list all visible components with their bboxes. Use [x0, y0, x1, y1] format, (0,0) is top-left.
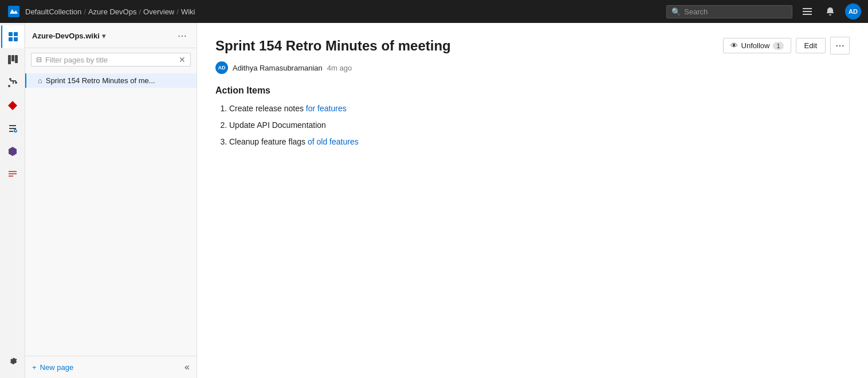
wiki-title-chevron: ▾	[102, 32, 105, 40]
svg-rect-8	[8, 55, 11, 64]
svg-rect-10	[15, 55, 18, 63]
svg-rect-5	[14, 32, 18, 36]
author-avatar: AD	[215, 61, 228, 74]
breadcrumb-overview[interactable]: Overview	[143, 7, 174, 16]
sidebar-item-repos[interactable]	[1, 71, 24, 94]
page-sidebar-header: Azure-DevOps.wiki ▾ ⋯	[25, 23, 197, 48]
sidebar-item-pipelines[interactable]	[1, 94, 24, 117]
sidebar-item-artifacts[interactable]	[1, 140, 24, 163]
new-page-button[interactable]: + New page	[32, 363, 73, 372]
top-nav-right: 🔍 AD	[666, 3, 861, 20]
sidebar-item-testplans[interactable]	[1, 117, 24, 140]
user-avatar[interactable]: AD	[845, 3, 861, 20]
filter-clear-icon[interactable]: ✕	[179, 55, 186, 64]
action-item-3: Cleanup feature flags of old features	[229, 136, 850, 148]
content-header: Sprint 154 Retro Minutes of meeting 👁 Un…	[215, 37, 850, 54]
more-options-button[interactable]: ⋯	[175, 29, 190, 43]
page-tree: ⌂ Sprint 154 Retro Minutes of me...	[25, 71, 197, 356]
search-icon: 🔍	[671, 7, 681, 16]
svg-rect-2	[803, 11, 812, 12]
page-sidebar: Azure-DevOps.wiki ▾ ⋯ ⊟ ✕ ⌂ Sprint 154 R…	[25, 23, 197, 378]
svg-rect-4	[9, 32, 13, 36]
more-options-button[interactable]: ⋯	[830, 37, 850, 54]
author-row: AD Adithya Ramasubramanian 4m ago	[215, 61, 850, 74]
svg-rect-1	[803, 8, 812, 9]
svg-rect-9	[11, 55, 14, 61]
wiki-title-label: Azure-DevOps.wiki	[32, 32, 100, 40]
unfollow-label: Unfollow	[741, 41, 770, 50]
new-page-label: New page	[40, 363, 74, 372]
svg-rect-7	[14, 37, 18, 41]
section-title: Action Items	[215, 85, 850, 96]
content-actions: 👁 Unfollow 1 Edit ⋯	[723, 37, 850, 54]
icon-sidebar	[0, 23, 25, 378]
main-area: Azure-DevOps.wiki ▾ ⋯ ⊟ ✕ ⌂ Sprint 154 R…	[0, 23, 868, 378]
sidebar-item-settings[interactable]	[1, 350, 24, 373]
breadcrumb-wiki[interactable]: Wiki	[181, 7, 195, 16]
author-time: 4m ago	[327, 64, 352, 72]
unfollow-button[interactable]: 👁 Unfollow 1	[723, 38, 791, 53]
svg-rect-6	[9, 37, 13, 41]
sidebar-item-wiki[interactable]	[1, 163, 24, 186]
sidebar-item-boards[interactable]	[1, 48, 24, 71]
action-item-1-link[interactable]: for features	[306, 104, 347, 113]
app-logo[interactable]	[7, 5, 21, 18]
content-area: Sprint 154 Retro Minutes of meeting 👁 Un…	[197, 23, 868, 378]
home-icon: ⌂	[38, 76, 42, 85]
breadcrumb-default-collection[interactable]: DefaultCollection	[25, 7, 81, 16]
search-box[interactable]: 🔍	[666, 5, 792, 18]
svg-rect-3	[803, 14, 812, 15]
page-sidebar-actions: ⋯	[175, 29, 190, 43]
page-title: Sprint 154 Retro Minutes of meeting	[215, 38, 451, 54]
page-tree-item-label: Sprint 154 Retro Minutes of me...	[46, 76, 155, 85]
list-view-icon[interactable]	[799, 3, 815, 20]
top-navigation: DefaultCollection / Azure DevOps / Overv…	[0, 0, 868, 23]
filter-bar: ⊟ ✕	[31, 53, 191, 67]
page-tree-item[interactable]: ⌂ Sprint 154 Retro Minutes of me...	[25, 73, 197, 88]
author-name: Adithya Ramasubramanian	[233, 64, 323, 72]
collapse-sidebar-button[interactable]: «	[184, 362, 190, 372]
filter-input[interactable]	[45, 56, 175, 64]
new-page-plus-icon: +	[32, 363, 37, 372]
filter-icon: ⊟	[36, 56, 42, 64]
action-items-list: Create release notes for features Update…	[215, 103, 850, 148]
wiki-title[interactable]: Azure-DevOps.wiki ▾	[32, 32, 105, 40]
sidebar-item-overview[interactable]	[1, 25, 24, 48]
notifications-icon[interactable]	[822, 3, 838, 20]
breadcrumb: DefaultCollection / Azure DevOps / Overv…	[25, 7, 195, 16]
action-item-1: Create release notes for features	[229, 103, 850, 115]
breadcrumb-azure-devops[interactable]: Azure DevOps	[88, 7, 137, 16]
action-item-2: Update API Documentation	[229, 119, 850, 131]
page-sidebar-footer: + New page «	[25, 356, 197, 378]
follow-count: 1	[773, 42, 783, 50]
edit-button[interactable]: Edit	[796, 38, 826, 53]
search-input[interactable]	[684, 7, 787, 16]
action-item-3-link[interactable]: of old features	[308, 137, 359, 146]
unfollow-icon: 👁	[730, 41, 738, 50]
